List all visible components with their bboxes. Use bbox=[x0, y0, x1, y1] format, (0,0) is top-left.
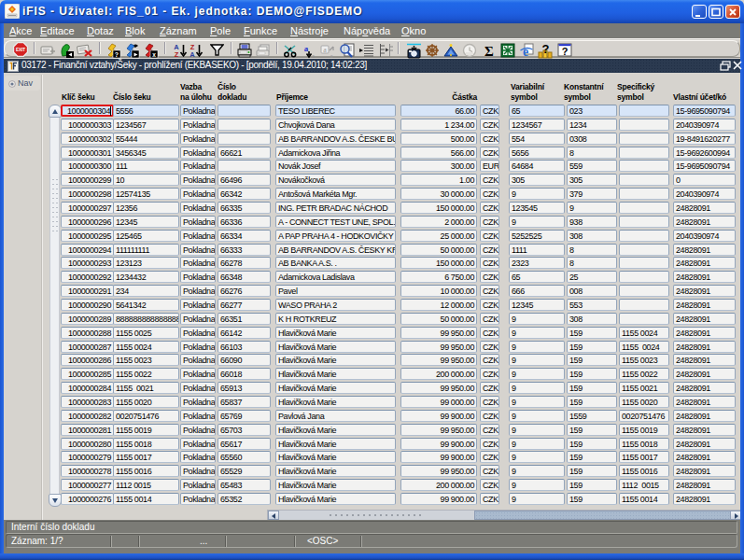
svg-text:Z: Z bbox=[175, 50, 179, 58]
svg-text:e: e bbox=[523, 45, 528, 59]
svg-text:a: a bbox=[323, 46, 327, 54]
svg-text:Σ: Σ bbox=[484, 44, 494, 59]
svg-text:?: ? bbox=[542, 43, 550, 56]
svg-text:?: ? bbox=[562, 46, 569, 57]
svg-text:a: a bbox=[304, 44, 309, 53]
svg-text:A: A bbox=[190, 50, 195, 58]
svg-text:x: x bbox=[152, 51, 156, 58]
svg-text:a: a bbox=[312, 52, 315, 59]
svg-text:EXIT: EXIT bbox=[16, 48, 25, 52]
svg-text:?: ? bbox=[115, 51, 119, 58]
svg-text:a: a bbox=[330, 52, 333, 59]
